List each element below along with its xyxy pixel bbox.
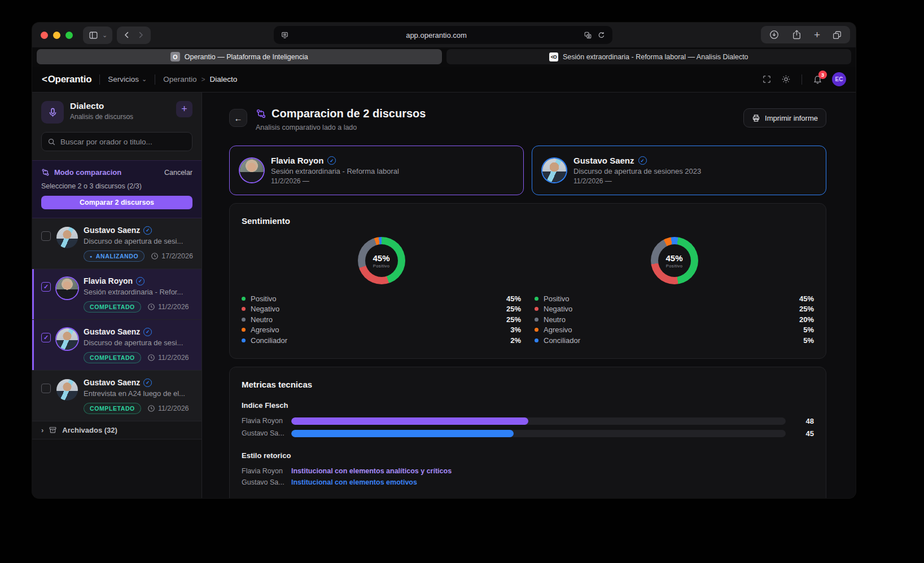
legend-label: Negativo <box>251 305 279 313</box>
notifications-button[interactable]: 3 <box>813 74 822 84</box>
reader-icon[interactable] <box>281 31 289 39</box>
new-tab-icon[interactable]: + <box>814 29 820 40</box>
back-button[interactable]: ← <box>229 109 247 127</box>
app-header: < Operantio Servicios ⌄ Operantio > Dial… <box>32 67 856 93</box>
flesch-bar-track <box>291 417 786 425</box>
legend-dot <box>242 297 246 301</box>
verified-icon: ✓ <box>143 328 152 336</box>
tab-sesion-extraordinaria[interactable]: <O Sesión extraordinaria - Reforma labor… <box>446 49 852 64</box>
legend-label: Conciliador <box>544 336 580 345</box>
speech-title: Discurso de apertura de sesiones 2023 <box>573 167 701 175</box>
status-badge: COMPLETADO <box>84 352 141 363</box>
speaker-avatar <box>56 227 78 248</box>
legend-value: 45% <box>506 294 521 303</box>
browser-window: ⌄ app.operantio.com <box>32 23 856 498</box>
archive-box-icon <box>49 426 57 434</box>
forward-icon[interactable] <box>135 30 146 40</box>
downloads-icon[interactable] <box>769 29 780 40</box>
speech-checkbox[interactable]: ✓ <box>41 333 51 342</box>
speech-list-item[interactable]: ✓ Gustavo Saenz ✓ Discurso de apertura d… <box>32 320 202 371</box>
speaker-avatar <box>240 159 264 182</box>
status-badge: COMPLETADO <box>84 403 141 414</box>
sidebar-toggle-icon[interactable] <box>88 30 99 41</box>
tab-overview-icon[interactable] <box>832 30 842 40</box>
speech-checkbox[interactable] <box>41 384 51 393</box>
chevron-down-icon[interactable]: ⌄ <box>102 32 107 38</box>
microphone-icon <box>41 101 64 124</box>
clock-icon <box>147 404 155 412</box>
speech-list-item[interactable]: Gustavo Saenz ✓ Entrevista en A24 luego … <box>32 371 202 421</box>
speaker-card-flavia[interactable]: Flavia Royon ✓ Sesión extraordinaria - R… <box>229 146 524 195</box>
legend-row: Agresivo3% <box>242 325 521 336</box>
history-nav-group <box>117 27 151 44</box>
minimize-window-button[interactable] <box>53 32 60 39</box>
sidebar-toggle-group: ⌄ <box>83 27 112 44</box>
breadcrumb-separator: > <box>202 76 205 83</box>
donut-center-label: Positivo <box>666 263 682 269</box>
zoom-window-button[interactable] <box>65 32 73 39</box>
page-title: Comparacion de 2 discursos <box>271 107 426 120</box>
archived-section-toggle[interactable]: › Archivados (32) <box>32 421 202 439</box>
speech-list-item[interactable]: ✓ Flavia Royon ✓ Sesión extraordinaria -… <box>32 269 202 320</box>
reload-icon[interactable] <box>597 31 606 39</box>
clock-icon <box>147 303 155 311</box>
compare-icon <box>41 168 50 177</box>
legend-dot <box>242 338 246 342</box>
print-report-button[interactable]: Imprimir informe <box>743 108 826 127</box>
legend-value: 3% <box>510 326 521 334</box>
estilo-row: Flavia Royon Institucional con elementos… <box>242 465 814 477</box>
tab-bar: O Operantio — Plataforma de Inteligencia… <box>32 47 856 67</box>
compare-speeches-button[interactable]: Comparar 2 discursos <box>41 196 192 209</box>
notification-badge: 3 <box>818 71 827 79</box>
back-icon[interactable] <box>122 30 132 40</box>
speech-date: 17/2/2026 <box>161 252 193 260</box>
translate-icon[interactable] <box>584 31 592 39</box>
legend-dot <box>535 307 538 311</box>
servicios-menu[interactable]: Servicios ⌄ <box>108 75 147 83</box>
donut-center-value: 45% <box>373 253 389 263</box>
chevron-right-icon: › <box>41 426 43 434</box>
breadcrumb-root[interactable]: Operantio <box>163 75 196 83</box>
legend-row: Neutro25% <box>242 314 521 325</box>
status-label: ANALIZANDO <box>96 253 138 259</box>
close-window-button[interactable] <box>41 32 48 39</box>
sentiment-donut-flavia: 45% Positivo <box>358 237 405 284</box>
add-speech-button[interactable]: + <box>176 101 192 117</box>
legend-row: Negativo25% <box>535 304 814 315</box>
search-input[interactable] <box>60 138 186 146</box>
legend-label: Conciliador <box>251 336 287 345</box>
tab-label: Sesión extraordinaria - Reforma laboral … <box>563 53 748 61</box>
legend-label: Positivo <box>544 294 570 303</box>
comparison-instruction: Seleccione 2 o 3 discursos (2/3) <box>41 182 192 190</box>
browser-toolbar: ⌄ app.operantio.com <box>32 23 856 47</box>
flesch-section-label: Indice Flesch <box>242 401 814 410</box>
tab-operantio[interactable]: O Operantio — Plataforma de Inteligencia <box>37 49 442 64</box>
flesch-bar-flavia <box>291 417 528 425</box>
theme-toggle-icon[interactable] <box>781 74 791 84</box>
legend-row: Positivo45% <box>242 293 521 304</box>
address-bar[interactable]: app.operantio.com <box>274 26 612 44</box>
cancel-comparison-button[interactable]: Cancelar <box>164 169 192 177</box>
operantio-logo[interactable]: < Operantio <box>42 74 91 85</box>
legend-dot <box>242 328 246 332</box>
search-box <box>41 132 192 151</box>
clock-icon <box>147 354 155 362</box>
speech-date: 11/2/2026 <box>158 404 189 412</box>
legend-row: Positivo45% <box>535 293 814 304</box>
toolbar-actions: + <box>761 26 850 43</box>
user-avatar[interactable]: EC <box>832 72 846 86</box>
speaker-card-gustavo[interactable]: Gustavo Saenz ✓ Discurso de apertura de … <box>532 146 826 195</box>
verified-icon: ✓ <box>143 379 152 387</box>
speech-checkbox[interactable]: ✓ <box>41 282 51 292</box>
flesch-bar-track <box>291 430 786 437</box>
speech-checkbox[interactable] <box>41 231 51 241</box>
archived-label: Archivados (32) <box>62 426 117 434</box>
fullscreen-icon[interactable] <box>762 74 772 84</box>
speech-title: Sesión extraordinaria - Refor... <box>84 288 189 296</box>
chevron-down-icon: ⌄ <box>142 76 147 82</box>
share-icon[interactable] <box>791 29 802 40</box>
speech-title: Sesión extraordinaria - Reforma laboral <box>271 167 399 175</box>
speech-list-item[interactable]: Gustavo Saenz ✓ Discurso de apertura de … <box>32 218 202 269</box>
speaker-avatar <box>542 159 566 182</box>
legend-label: Neutro <box>544 315 566 324</box>
